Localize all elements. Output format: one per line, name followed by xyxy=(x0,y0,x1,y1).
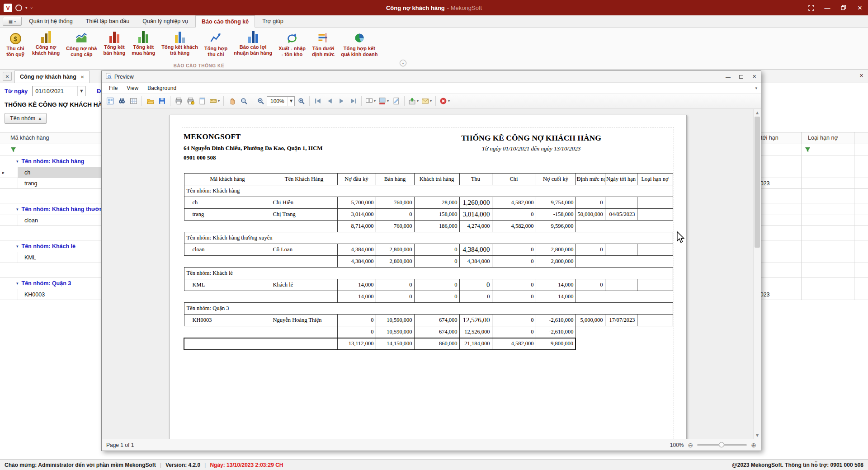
tab-quan-tri-he-thong[interactable]: Quản trị hệ thống xyxy=(23,15,79,28)
ribbon-button-tong-ket-ban-hang[interactable]: Tổng kếtbán hàng xyxy=(100,30,128,56)
zoom-combo[interactable]: 100% ▼ xyxy=(267,96,295,106)
menu-background[interactable]: Background xyxy=(143,84,181,93)
report-column-header: Loại hạn nợ xyxy=(637,174,673,185)
search-button[interactable] xyxy=(116,95,127,107)
group-expand-icon[interactable]: ▾ xyxy=(16,244,19,249)
preview-menubar: File View Background ▾ xyxy=(102,83,761,94)
document-map-button[interactable] xyxy=(104,95,115,107)
prev-page-button[interactable] xyxy=(324,95,335,107)
from-date-label: Từ ngày xyxy=(5,88,28,94)
toolbar-options-icon[interactable]: ▾ xyxy=(755,86,757,90)
quick-access-caret-icon[interactable]: ▾ xyxy=(25,5,28,10)
ribbon-button-bao-cao-loi-nhuan[interactable]: Báo cáo lợinhuận bán hàng xyxy=(231,30,275,56)
preview-titlebar[interactable]: Preview — ✕ xyxy=(102,71,761,83)
group-by-chip[interactable]: Tên nhóm ▲ xyxy=(5,113,47,124)
magnifier-button[interactable] xyxy=(238,95,249,107)
tab-bao-cao-thong-ke[interactable]: Báo cáo thống kê xyxy=(195,15,255,28)
preview-close-icon[interactable]: ✕ xyxy=(748,71,761,82)
version-text: Version: 4.2.0 xyxy=(165,462,200,468)
report-column-header: Mã khách hàng xyxy=(184,174,271,185)
zoom-out-icon[interactable]: ⊖ xyxy=(688,442,693,449)
group-expand-icon[interactable]: ▾ xyxy=(16,207,19,212)
last-page-button[interactable] xyxy=(348,95,359,107)
group-expand-icon[interactable]: ▾ xyxy=(16,159,19,164)
scroll-down-icon[interactable]: ▼ xyxy=(754,432,761,439)
ribbon-button-xuat-nhap-ton-kho[interactable]: Xuất - nhập- tồn kho xyxy=(275,30,309,58)
bar-chart-multi-icon xyxy=(175,31,185,43)
filter-funnel-icon[interactable] xyxy=(10,147,16,153)
document-tab-label: Công nợ khách hàng xyxy=(20,74,76,80)
chevron-down-icon[interactable]: ▼ xyxy=(77,86,85,96)
open-button[interactable] xyxy=(145,95,156,107)
from-date-input[interactable]: 01/10/2021 ▼ xyxy=(32,86,85,96)
ribbon-collapse-icon[interactable]: ▴ xyxy=(400,60,406,66)
tab-close-icon[interactable]: ✕ xyxy=(80,75,84,80)
window-menu-button[interactable]: ▦▾ xyxy=(3,17,22,26)
page-setup-button[interactable] xyxy=(197,95,208,107)
tab-thiet-lap-ban-dau[interactable]: Thiết lập ban đầu xyxy=(80,15,136,28)
restore-icon[interactable] xyxy=(835,0,852,15)
group-expand-icon[interactable]: ▾ xyxy=(16,281,19,286)
tab-quan-ly-nghiep-vu[interactable]: Quản lý nghiệp vụ xyxy=(137,15,194,28)
zoom-slider[interactable] xyxy=(697,444,747,446)
preview-scrollbar[interactable]: ▲ ▼ xyxy=(753,109,761,439)
page-color-button[interactable]: ▾ xyxy=(377,95,390,107)
email-button[interactable]: ▾ xyxy=(420,95,433,107)
tab-tro-giup[interactable]: Trợ giúp xyxy=(256,15,289,28)
filter-funnel-icon[interactable] xyxy=(805,147,811,153)
menu-view[interactable]: View xyxy=(122,84,143,93)
preview-minimize-icon[interactable]: — xyxy=(722,71,735,82)
save-button[interactable] xyxy=(156,95,167,107)
report-group-row: Tên nhóm: Khách lẻ xyxy=(184,268,673,279)
ribbon-button-tong-hop-ket-qua-kinh-doanh[interactable]: Tổng hợp kếtquả kinh doanh xyxy=(338,30,381,58)
quick-access-button[interactable] xyxy=(15,5,22,11)
watermark-button[interactable] xyxy=(391,95,401,107)
close-all-tabs-button[interactable]: ✕ xyxy=(3,72,12,81)
ribbon-button-tong-hop-thu-chi[interactable]: Tổng hợpthu chi xyxy=(201,30,231,58)
report-data-row: chChị Hiền5,700,000760,00028,0001,260,00… xyxy=(184,197,673,209)
first-page-button[interactable] xyxy=(312,95,323,107)
export-button[interactable]: ▾ xyxy=(407,95,420,107)
ribbon-button-thu-chi-ton-quy[interactable]: $ Thu chitồn quỹ xyxy=(2,30,29,58)
close-icon[interactable]: ✕ xyxy=(852,0,868,15)
zoom-out-button[interactable] xyxy=(255,95,266,107)
print-dialog-button[interactable] xyxy=(185,95,196,107)
zoom-slider-knob[interactable] xyxy=(719,442,724,447)
fullscreen-icon[interactable] xyxy=(803,0,819,15)
app-logo-icon[interactable]: V xyxy=(4,4,12,12)
grid-heading: THỐNG KÊ CÔNG NỢ KHÁCH HÀNG xyxy=(5,101,112,108)
panel-close-icon[interactable]: ✕ xyxy=(859,73,863,79)
preview-maximize-icon[interactable] xyxy=(735,71,748,82)
scroll-up-icon[interactable]: ▲ xyxy=(754,109,761,116)
ribbon-button-cong-no-nha-cung-cap[interactable]: Công nợ nhàcung cấp xyxy=(63,30,100,58)
column-header-loai-han-no[interactable]: Loại hạn nợ xyxy=(801,132,854,144)
scrollbar-thumb[interactable] xyxy=(755,117,760,248)
ribbon-button-tong-ket-khach-tra-hang[interactable]: Tổng kết kháchtrả hàng xyxy=(158,30,201,56)
scale-button[interactable]: ▾ xyxy=(208,95,221,107)
levels-icon xyxy=(317,31,330,44)
preview-icon xyxy=(105,73,112,80)
hand-tool-button[interactable] xyxy=(226,95,237,107)
multipage-button[interactable]: ▾ xyxy=(364,95,377,107)
quick-access-customize-icon[interactable]: ▿ xyxy=(31,5,33,10)
ribbon-button-cong-no-khach-hang[interactable]: Công nợkhách hàng xyxy=(29,30,63,56)
zoom-in-button[interactable] xyxy=(296,95,307,107)
welcome-text: Chào mừng: Administrator đến với phần mề… xyxy=(5,462,156,468)
chevron-down-icon: ▾ xyxy=(14,19,16,24)
menu-file[interactable]: File xyxy=(104,84,122,93)
report-company-block: MEKONGSOFT 64 Nguyễn Đình Chiểu, Phường … xyxy=(184,132,323,161)
next-page-button[interactable] xyxy=(336,95,347,107)
minimize-icon[interactable]: — xyxy=(819,0,835,15)
zoom-in-icon[interactable]: ⊕ xyxy=(751,442,756,449)
quick-print-button[interactable] xyxy=(173,95,184,107)
report-group-row: Tên nhóm: Khách hàng thường xuyên xyxy=(184,232,673,244)
chevron-down-icon[interactable]: ▼ xyxy=(288,97,294,106)
statusbar: Chào mừng: Administrator đến với phần mề… xyxy=(0,459,868,470)
ribbon-button-tong-ket-mua-hang[interactable]: Tổng kếtmua hàng xyxy=(128,30,158,56)
document-tab-cong-no-khach-hang[interactable]: Công nợ khách hàng ✕ xyxy=(14,70,90,83)
row-indicator xyxy=(0,289,7,300)
close-preview-button[interactable]: ▾ xyxy=(439,95,451,107)
thumbnails-button[interactable] xyxy=(128,95,139,107)
circular-arrows-icon xyxy=(286,31,298,44)
ribbon-button-ton-duoi-dinh-muc[interactable]: Tồn dướiđịnh mức xyxy=(309,30,338,58)
